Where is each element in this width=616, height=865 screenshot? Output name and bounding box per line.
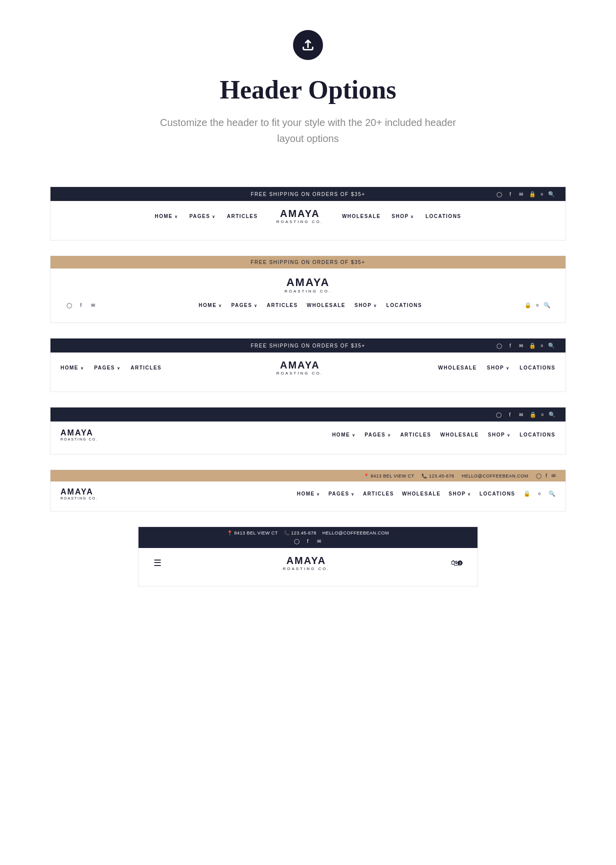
brand-name-3: AMAYA [276,360,324,371]
nav-locations-3[interactable]: LOCATIONS [520,365,556,370]
nav-home-3[interactable]: HOME [60,365,84,370]
hamburger-icon-6[interactable]: ☰ [154,558,162,568]
nav-pages-2[interactable]: PAGES [232,302,258,308]
facebook-icon-6: f [304,538,312,544]
nav-shop-1[interactable]: SHOP [392,214,414,219]
facebook-icon-3: f [507,342,514,349]
brand-tagline-2: ROASTING CO. [60,289,556,294]
nav-wholesale-4[interactable]: WHOLESALE [440,432,478,438]
nav-pages-4[interactable]: PAGES [364,432,391,438]
logo-4[interactable]: AMAYA ROASTING CO. [60,428,98,441]
email-icon-6: ✉ [316,538,322,544]
facebook-icon-4: f [506,411,514,418]
nav-wholesale-3[interactable]: WHOLESALE [438,365,476,370]
brand-tagline-3: ROASTING CO. [276,371,324,376]
hero-section: path{fill:none;stroke:white;stroke-width… [0,0,616,166]
nav-1: HOME PAGES ARTICLES AMAYA ROASTING CO. W… [50,201,566,231]
account-icon-4[interactable]: 🔒 [530,412,536,418]
search-icon-5[interactable]: 🔍 [548,490,556,497]
account-icon-3[interactable]: 🔒 [529,342,537,349]
phone-6: 📞 123.45-678 [284,530,316,536]
search-icon-4[interactable]: 🔍 [548,412,556,418]
header-preview-2: FREE SHIPPING ON ORDERS OF $35+ AMAYA RO… [50,256,566,323]
email-icon-2: ✉ [90,302,96,308]
page-title: Header Options [10,75,606,104]
nav-6: ☰ AMAYA ROASTING CO. 🛍 3 [138,548,478,578]
account-icon-1[interactable]: 🔒 [529,191,537,198]
facebook-icon-5: f [546,473,547,478]
nav-home-2[interactable]: HOME [198,302,222,308]
instagram-icon-4: ◯ [496,411,502,418]
nav-left-2: ◯ f ✉ [66,302,96,308]
nav-wholesale-5[interactable]: WHOLESALE [402,491,440,496]
cart-count-6: 3 [458,560,462,566]
logo-1[interactable]: AMAYA ROASTING CO. [276,208,324,224]
instagram-icon-6: ◯ [294,538,300,544]
nav-left-3: HOME PAGES ARTICLES [60,365,162,370]
nav-home-4[interactable]: HOME [332,432,356,438]
brand-tagline-1: ROASTING CO. [276,220,324,224]
announce-text-1: FREE SHIPPING ON ORDERS OF $35+ [250,192,365,197]
previews-container: FREE SHIPPING ON ORDERS OF $35+ ◯ f ✉ 🔒0… [0,166,616,606]
account-icon-5[interactable]: 🔒 [524,490,530,497]
search-icon-2[interactable]: 🔍 [544,302,550,308]
nav-links-5: HOME PAGES ARTICLES WHOLESALE SHOP LOCAT… [297,490,556,497]
phone-5: 📞 123.45-678 [422,474,454,478]
nav-articles-4[interactable]: ARTICLES [400,432,431,438]
logo-2[interactable]: AMAYA ROASTING CO. [60,276,556,294]
header-preview-1: FREE SHIPPING ON ORDERS OF $35+ ◯ f ✉ 🔒0… [50,186,566,240]
account-icon-2[interactable]: 🔒 [524,302,532,308]
nav-wholesale-1[interactable]: WHOLESALE [342,214,380,219]
nav-articles-3[interactable]: ARTICLES [130,365,162,370]
nav-pages-1[interactable]: PAGES [190,214,216,219]
nav-shop-3[interactable]: SHOP [487,365,510,370]
email-icon-3: ✉ [518,342,525,349]
nav-locations-4[interactable]: LOCATIONS [520,432,556,438]
social-icons-4: ◯ f ✉ [496,411,524,418]
logo-5[interactable]: AMAYA ROASTING CO. [60,488,98,500]
announce-bar-6: 📍 8413 BEL VIEW CT 📞 123.45-678 HELLO@CO… [138,527,478,548]
nav-home-5[interactable]: HOME [297,491,320,496]
hero-icon-container: path{fill:none;stroke:white;stroke-width… [293,30,323,60]
social-icons-6: ◯ f ✉ [148,538,468,544]
nav-pages-5[interactable]: PAGES [328,491,355,496]
nav-locations-2[interactable]: LOCATIONS [386,302,422,308]
nav-articles-5[interactable]: ARTICLES [363,491,394,496]
brand-name-6: AMAYA [282,555,330,566]
nav-shop-5[interactable]: SHOP [448,491,472,496]
nav-right-2: 🔒0 🔍 [524,302,550,308]
email-icon-1: ✉ [518,190,525,198]
instagram-icon-2: ◯ [66,302,72,308]
search-icon-3[interactable]: 🔍 [548,342,556,349]
cart-area-6[interactable]: 🛍 3 [451,558,462,568]
nav-pages-3[interactable]: PAGES [94,365,120,370]
brand-tagline-6: ROASTING CO. [282,566,330,571]
brand-tagline-5: ROASTING CO. [60,496,98,500]
nav-shop-2[interactable]: SHOP [354,302,378,308]
nav-articles-1[interactable]: ARTICLES [227,214,258,219]
nav-articles-2[interactable]: ARTICLES [267,302,298,308]
email-6: HELLO@COFFEEBEAN.COM [322,530,389,536]
header-preview-6: 📍 8413 BEL VIEW CT 📞 123.45-678 HELLO@CO… [138,526,478,586]
instagram-icon-1: ◯ [496,190,503,198]
facebook-icon-1: f [507,190,514,198]
announce-text-2: FREE SHIPPING ON ORDERS OF $35+ [250,260,365,265]
nav-body-2: AMAYA ROASTING CO. ◯ f ✉ HOME PAGES ARTI… [50,268,566,318]
logo-6[interactable]: AMAYA ROASTING CO. [282,555,330,571]
brand-name-2: AMAYA [60,276,556,289]
header-preview-3: FREE SHIPPING ON ORDERS OF $35+ ◯ f ✉ 🔒0… [50,338,566,392]
facebook-icon-2: f [78,302,84,308]
nav-locations-5[interactable]: LOCATIONS [480,491,516,496]
announce-bar-4: ◯ f ✉ 🔒0 🔍 [50,408,566,422]
nav-center-2: HOME PAGES ARTICLES WHOLESALE SHOP LOCAT… [198,302,422,308]
logo-3[interactable]: AMAYA ROASTING CO. [276,360,324,376]
nav-locations-1[interactable]: LOCATIONS [426,214,462,219]
search-icon-1[interactable]: 🔍 [548,191,556,198]
header-preview-5: 📍 8413 BEL VIEW CT 📞 123.45-678 HELLO@CO… [50,470,566,512]
nav-4: AMAYA ROASTING CO. HOME PAGES ARTICLES W… [50,422,566,448]
nav-home-1[interactable]: HOME [154,214,178,219]
page-subtitle: Customize the header to fit your style w… [146,114,470,146]
announce-bar-2: FREE SHIPPING ON ORDERS OF $35+ [50,256,566,268]
nav-shop-4[interactable]: SHOP [488,432,511,438]
nav-wholesale-2[interactable]: WHOLESALE [307,302,346,308]
